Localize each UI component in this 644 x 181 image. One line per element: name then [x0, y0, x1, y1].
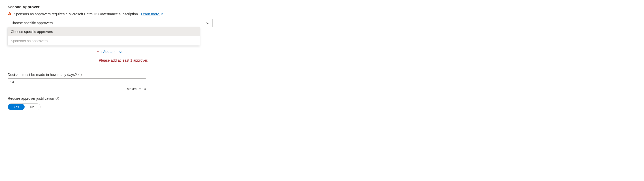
svg-point-3 — [80, 74, 80, 74]
learn-more-link[interactable]: Learn more. — [141, 12, 164, 16]
dropdown-selected-value: Choose specific approvers — [10, 21, 53, 25]
decision-days-input[interactable] — [8, 78, 146, 86]
justification-toggle: Yes No — [8, 104, 40, 110]
info-icon[interactable] — [78, 73, 82, 76]
error-message: Please add at least 1 approver. — [99, 58, 636, 62]
dropdown-list: Choose specific approvers Sponsors as ap… — [8, 27, 200, 46]
approver-type-dropdown[interactable]: Choose specific approvers — [8, 19, 212, 27]
approver-type-dropdown-wrapper: Choose specific approvers Choose specifi… — [8, 19, 212, 27]
warning-icon — [8, 12, 12, 16]
info-bar: Sponsors as approvers requires a Microso… — [8, 12, 636, 16]
justification-no[interactable]: No — [25, 104, 40, 110]
decision-days-label-text: Decision must be made in how many days? — [8, 73, 77, 77]
info-text: Sponsors as approvers requires a Microso… — [14, 12, 139, 16]
external-link-icon — [161, 13, 164, 15]
decision-days-hint: Maximum 14 — [8, 87, 146, 91]
dropdown-option-choose-specific[interactable]: Choose specific approvers — [8, 27, 200, 36]
add-approvers-link[interactable]: + Add approvers — [100, 50, 126, 54]
decision-days-field: Decision must be made in how many days? … — [8, 73, 636, 91]
chevron-down-icon — [206, 21, 210, 25]
add-approvers-row: * + Add approvers — [97, 50, 636, 54]
svg-point-6 — [57, 97, 58, 98]
learn-more-text: Learn more. — [141, 12, 160, 16]
svg-rect-0 — [9, 13, 10, 14]
justification-field: Require approver justification Yes No — [8, 96, 636, 110]
svg-rect-1 — [9, 14, 10, 15]
dropdown-option-sponsors: Sponsors as approvers — [8, 36, 200, 46]
justification-label-text: Require approver justification — [8, 96, 54, 100]
info-icon[interactable] — [56, 97, 59, 100]
justification-yes[interactable]: Yes — [8, 104, 25, 110]
justification-label: Require approver justification — [8, 96, 636, 100]
section-title: Second Approver — [8, 5, 636, 9]
svg-rect-7 — [57, 98, 58, 99]
decision-days-label: Decision must be made in how many days? — [8, 73, 636, 77]
svg-rect-4 — [80, 74, 80, 76]
required-asterisk: * — [97, 50, 99, 54]
